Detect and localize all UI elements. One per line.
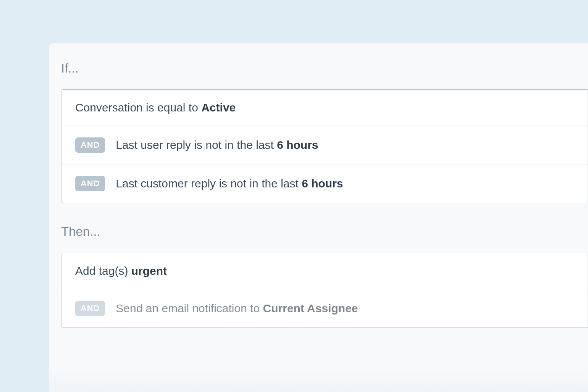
action-row[interactable]: Add tag(s) urgent bbox=[61, 253, 588, 289]
and-badge: AND bbox=[75, 137, 105, 153]
condition-row[interactable]: AND Last customer reply is not in the la… bbox=[61, 165, 588, 203]
action-text: Send an email notification to Current As… bbox=[116, 302, 358, 315]
action-row[interactable]: AND Send an email notification to Curren… bbox=[61, 289, 588, 327]
then-heading: Then... bbox=[61, 224, 588, 239]
condition-text: Last customer reply is not in the last 6… bbox=[116, 177, 343, 190]
condition-row[interactable]: AND Last user reply is not in the last 6… bbox=[61, 126, 588, 165]
workflow-panel: If... Conversation is equal to Active AN… bbox=[49, 43, 588, 392]
if-heading: If... bbox=[61, 61, 588, 76]
actions-box: Add tag(s) urgent AND Send an email noti… bbox=[61, 253, 588, 328]
action-text: Add tag(s) urgent bbox=[75, 265, 167, 277]
and-badge: AND bbox=[75, 301, 105, 316]
and-badge: AND bbox=[75, 176, 105, 191]
condition-text: Conversation is equal to Active bbox=[75, 101, 236, 114]
condition-text: Last user reply is not in the last 6 hou… bbox=[116, 139, 318, 152]
condition-row[interactable]: Conversation is equal to Active bbox=[61, 90, 588, 126]
conditions-box: Conversation is equal to Active AND Last… bbox=[61, 89, 588, 203]
